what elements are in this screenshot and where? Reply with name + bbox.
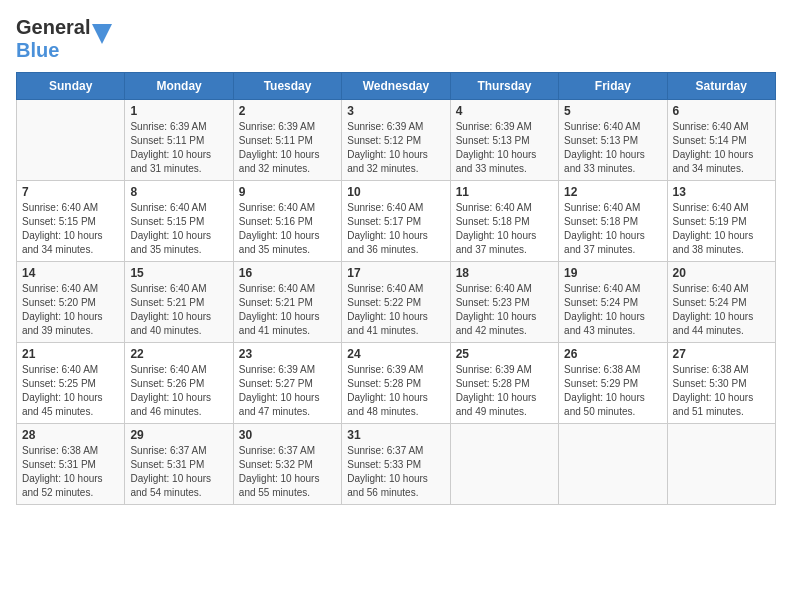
calendar-cell (667, 424, 775, 505)
day-info: Sunrise: 6:39 AM Sunset: 5:11 PM Dayligh… (130, 120, 227, 176)
day-number: 13 (673, 185, 770, 199)
header-day-thursday: Thursday (450, 73, 558, 100)
day-info: Sunrise: 6:38 AM Sunset: 5:29 PM Dayligh… (564, 363, 661, 419)
calendar-cell: 21Sunrise: 6:40 AM Sunset: 5:25 PM Dayli… (17, 343, 125, 424)
day-number: 10 (347, 185, 444, 199)
day-number: 4 (456, 104, 553, 118)
day-number: 8 (130, 185, 227, 199)
calendar-cell: 22Sunrise: 6:40 AM Sunset: 5:26 PM Dayli… (125, 343, 233, 424)
calendar-cell: 27Sunrise: 6:38 AM Sunset: 5:30 PM Dayli… (667, 343, 775, 424)
day-info: Sunrise: 6:37 AM Sunset: 5:33 PM Dayligh… (347, 444, 444, 500)
day-info: Sunrise: 6:38 AM Sunset: 5:30 PM Dayligh… (673, 363, 770, 419)
day-number: 15 (130, 266, 227, 280)
calendar-cell: 3Sunrise: 6:39 AM Sunset: 5:12 PM Daylig… (342, 100, 450, 181)
day-number: 11 (456, 185, 553, 199)
calendar-cell: 11Sunrise: 6:40 AM Sunset: 5:18 PM Dayli… (450, 181, 558, 262)
day-number: 20 (673, 266, 770, 280)
day-info: Sunrise: 6:37 AM Sunset: 5:32 PM Dayligh… (239, 444, 336, 500)
day-info: Sunrise: 6:39 AM Sunset: 5:13 PM Dayligh… (456, 120, 553, 176)
day-info: Sunrise: 6:40 AM Sunset: 5:15 PM Dayligh… (130, 201, 227, 257)
logo: GeneralBlue (16, 16, 112, 62)
calendar-cell: 12Sunrise: 6:40 AM Sunset: 5:18 PM Dayli… (559, 181, 667, 262)
day-info: Sunrise: 6:39 AM Sunset: 5:27 PM Dayligh… (239, 363, 336, 419)
day-number: 23 (239, 347, 336, 361)
day-info: Sunrise: 6:40 AM Sunset: 5:15 PM Dayligh… (22, 201, 119, 257)
calendar-table: SundayMondayTuesdayWednesdayThursdayFrid… (16, 72, 776, 505)
header-day-sunday: Sunday (17, 73, 125, 100)
day-number: 6 (673, 104, 770, 118)
calendar-cell: 1Sunrise: 6:39 AM Sunset: 5:11 PM Daylig… (125, 100, 233, 181)
day-info: Sunrise: 6:40 AM Sunset: 5:19 PM Dayligh… (673, 201, 770, 257)
day-info: Sunrise: 6:40 AM Sunset: 5:23 PM Dayligh… (456, 282, 553, 338)
day-info: Sunrise: 6:40 AM Sunset: 5:20 PM Dayligh… (22, 282, 119, 338)
calendar-cell: 24Sunrise: 6:39 AM Sunset: 5:28 PM Dayli… (342, 343, 450, 424)
calendar-cell: 16Sunrise: 6:40 AM Sunset: 5:21 PM Dayli… (233, 262, 341, 343)
calendar-cell: 19Sunrise: 6:40 AM Sunset: 5:24 PM Dayli… (559, 262, 667, 343)
svg-marker-0 (92, 24, 112, 44)
day-number: 1 (130, 104, 227, 118)
week-row-2: 7Sunrise: 6:40 AM Sunset: 5:15 PM Daylig… (17, 181, 776, 262)
calendar-cell: 15Sunrise: 6:40 AM Sunset: 5:21 PM Dayli… (125, 262, 233, 343)
calendar-cell: 25Sunrise: 6:39 AM Sunset: 5:28 PM Dayli… (450, 343, 558, 424)
day-number: 27 (673, 347, 770, 361)
calendar-cell: 13Sunrise: 6:40 AM Sunset: 5:19 PM Dayli… (667, 181, 775, 262)
day-info: Sunrise: 6:40 AM Sunset: 5:14 PM Dayligh… (673, 120, 770, 176)
day-number: 5 (564, 104, 661, 118)
day-info: Sunrise: 6:39 AM Sunset: 5:28 PM Dayligh… (347, 363, 444, 419)
calendar-cell: 23Sunrise: 6:39 AM Sunset: 5:27 PM Dayli… (233, 343, 341, 424)
day-number: 26 (564, 347, 661, 361)
header-day-tuesday: Tuesday (233, 73, 341, 100)
day-info: Sunrise: 6:40 AM Sunset: 5:24 PM Dayligh… (673, 282, 770, 338)
calendar-cell: 4Sunrise: 6:39 AM Sunset: 5:13 PM Daylig… (450, 100, 558, 181)
day-info: Sunrise: 6:40 AM Sunset: 5:26 PM Dayligh… (130, 363, 227, 419)
day-info: Sunrise: 6:40 AM Sunset: 5:25 PM Dayligh… (22, 363, 119, 419)
day-number: 24 (347, 347, 444, 361)
calendar-cell: 2Sunrise: 6:39 AM Sunset: 5:11 PM Daylig… (233, 100, 341, 181)
calendar-cell: 8Sunrise: 6:40 AM Sunset: 5:15 PM Daylig… (125, 181, 233, 262)
day-number: 9 (239, 185, 336, 199)
calendar-cell: 28Sunrise: 6:38 AM Sunset: 5:31 PM Dayli… (17, 424, 125, 505)
day-info: Sunrise: 6:39 AM Sunset: 5:28 PM Dayligh… (456, 363, 553, 419)
day-info: Sunrise: 6:37 AM Sunset: 5:31 PM Dayligh… (130, 444, 227, 500)
calendar-body: 1Sunrise: 6:39 AM Sunset: 5:11 PM Daylig… (17, 100, 776, 505)
calendar-cell: 9Sunrise: 6:40 AM Sunset: 5:16 PM Daylig… (233, 181, 341, 262)
day-info: Sunrise: 6:39 AM Sunset: 5:12 PM Dayligh… (347, 120, 444, 176)
day-info: Sunrise: 6:40 AM Sunset: 5:18 PM Dayligh… (564, 201, 661, 257)
calendar-cell: 30Sunrise: 6:37 AM Sunset: 5:32 PM Dayli… (233, 424, 341, 505)
day-number: 2 (239, 104, 336, 118)
logo-triangle-icon (92, 19, 112, 59)
day-info: Sunrise: 6:38 AM Sunset: 5:31 PM Dayligh… (22, 444, 119, 500)
day-info: Sunrise: 6:40 AM Sunset: 5:18 PM Dayligh… (456, 201, 553, 257)
day-number: 3 (347, 104, 444, 118)
header-day-friday: Friday (559, 73, 667, 100)
header-row: SundayMondayTuesdayWednesdayThursdayFrid… (17, 73, 776, 100)
day-number: 16 (239, 266, 336, 280)
calendar-cell (450, 424, 558, 505)
header-day-monday: Monday (125, 73, 233, 100)
day-info: Sunrise: 6:40 AM Sunset: 5:24 PM Dayligh… (564, 282, 661, 338)
week-row-3: 14Sunrise: 6:40 AM Sunset: 5:20 PM Dayli… (17, 262, 776, 343)
calendar-cell (17, 100, 125, 181)
calendar-cell: 20Sunrise: 6:40 AM Sunset: 5:24 PM Dayli… (667, 262, 775, 343)
calendar-cell: 10Sunrise: 6:40 AM Sunset: 5:17 PM Dayli… (342, 181, 450, 262)
calendar-cell: 6Sunrise: 6:40 AM Sunset: 5:14 PM Daylig… (667, 100, 775, 181)
day-number: 12 (564, 185, 661, 199)
day-info: Sunrise: 6:39 AM Sunset: 5:11 PM Dayligh… (239, 120, 336, 176)
calendar-cell: 29Sunrise: 6:37 AM Sunset: 5:31 PM Dayli… (125, 424, 233, 505)
calendar-cell: 31Sunrise: 6:37 AM Sunset: 5:33 PM Dayli… (342, 424, 450, 505)
week-row-1: 1Sunrise: 6:39 AM Sunset: 5:11 PM Daylig… (17, 100, 776, 181)
header: GeneralBlue (16, 16, 776, 62)
day-number: 28 (22, 428, 119, 442)
day-number: 29 (130, 428, 227, 442)
day-number: 17 (347, 266, 444, 280)
day-number: 30 (239, 428, 336, 442)
day-info: Sunrise: 6:40 AM Sunset: 5:16 PM Dayligh… (239, 201, 336, 257)
day-info: Sunrise: 6:40 AM Sunset: 5:17 PM Dayligh… (347, 201, 444, 257)
calendar-header: SundayMondayTuesdayWednesdayThursdayFrid… (17, 73, 776, 100)
day-number: 18 (456, 266, 553, 280)
logo-text: GeneralBlue (16, 16, 90, 62)
day-number: 31 (347, 428, 444, 442)
calendar-cell: 5Sunrise: 6:40 AM Sunset: 5:13 PM Daylig… (559, 100, 667, 181)
day-info: Sunrise: 6:40 AM Sunset: 5:21 PM Dayligh… (130, 282, 227, 338)
calendar-cell: 26Sunrise: 6:38 AM Sunset: 5:29 PM Dayli… (559, 343, 667, 424)
